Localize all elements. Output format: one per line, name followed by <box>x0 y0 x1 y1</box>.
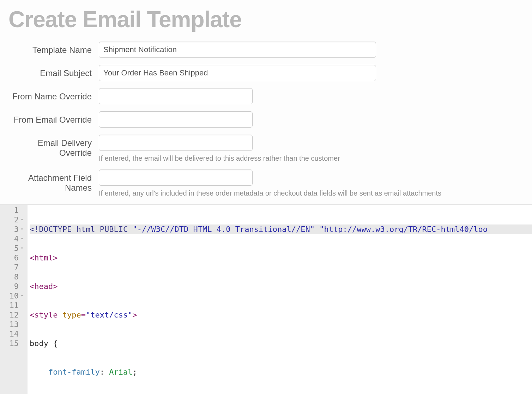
code-line: <!DOCTYPE html PUBLIC "-//W3C//DTD HTML … <box>30 224 532 234</box>
input-email-delivery-override[interactable] <box>99 135 253 151</box>
row-template-name: Template Name <box>8 42 532 58</box>
gutter-line: 11 <box>0 301 25 310</box>
input-from-email-override[interactable] <box>99 111 253 128</box>
row-attachment-field-names: Attachment Field Names If entered, any u… <box>8 170 532 197</box>
label-email-delivery-override: Email Delivery Override <box>8 135 99 158</box>
gutter-line: 8 <box>0 272 25 282</box>
code-gutter: 12▾3▾4▾5▾678910▾1112131415 <box>0 205 28 394</box>
gutter-line: 12 <box>0 310 25 320</box>
gutter-line: 14 <box>0 329 25 339</box>
gutter-line: 15 <box>0 339 25 348</box>
gutter-line: 4▾ <box>0 234 25 244</box>
gutter-line: 1 <box>0 205 25 215</box>
fold-icon[interactable]: ▾ <box>20 244 23 253</box>
label-email-subject: Email Subject <box>8 65 99 78</box>
label-template-name: Template Name <box>8 42 99 55</box>
gutter-line: 13 <box>0 320 25 329</box>
code-content[interactable]: <!DOCTYPE html PUBLIC "-//W3C//DTD HTML … <box>28 205 532 394</box>
label-from-name-override: From Name Override <box>8 88 99 101</box>
gutter-line: 10▾ <box>0 291 25 301</box>
code-line: <head> <box>30 282 532 291</box>
row-email-subject: Email Subject <box>8 65 532 81</box>
fold-icon[interactable]: ▾ <box>20 234 23 244</box>
gutter-line: 9 <box>0 282 25 291</box>
row-from-name-override: From Name Override <box>8 88 532 104</box>
label-attachment-field-names: Attachment Field Names <box>8 170 99 193</box>
fold-icon[interactable]: ▾ <box>20 224 23 234</box>
page-title: Create Email Template <box>8 6 532 32</box>
help-attachment-field-names: If entered, any url's included in these … <box>99 189 441 197</box>
input-template-name[interactable] <box>99 42 376 58</box>
help-email-delivery-override: If entered, the email will be delivered … <box>99 154 340 162</box>
fold-icon[interactable]: ▾ <box>20 215 23 224</box>
code-line: font-family: Arial; <box>30 367 532 377</box>
gutter-line: 3▾ <box>0 224 25 234</box>
input-email-subject[interactable] <box>99 65 376 81</box>
gutter-line: 5▾ <box>0 244 25 253</box>
code-line: body { <box>30 339 532 348</box>
gutter-line: 6 <box>0 253 25 263</box>
gutter-line: 2▾ <box>0 215 25 224</box>
row-email-delivery-override: Email Delivery Override If entered, the … <box>8 135 532 162</box>
row-from-email-override: From Email Override <box>8 111 532 128</box>
code-line: <style type="text/css"> <box>30 310 532 320</box>
fold-icon[interactable]: ▾ <box>20 291 23 301</box>
gutter-line: 7 <box>0 263 25 272</box>
code-line: <html> <box>30 253 532 263</box>
input-from-name-override[interactable] <box>99 88 253 104</box>
label-from-email-override: From Email Override <box>8 111 99 125</box>
input-attachment-field-names[interactable] <box>99 170 253 186</box>
code-editor[interactable]: 12▾3▾4▾5▾678910▾1112131415 <!DOCTYPE htm… <box>0 204 532 394</box>
form-section: Template Name Email Subject From Name Ov… <box>8 42 532 197</box>
